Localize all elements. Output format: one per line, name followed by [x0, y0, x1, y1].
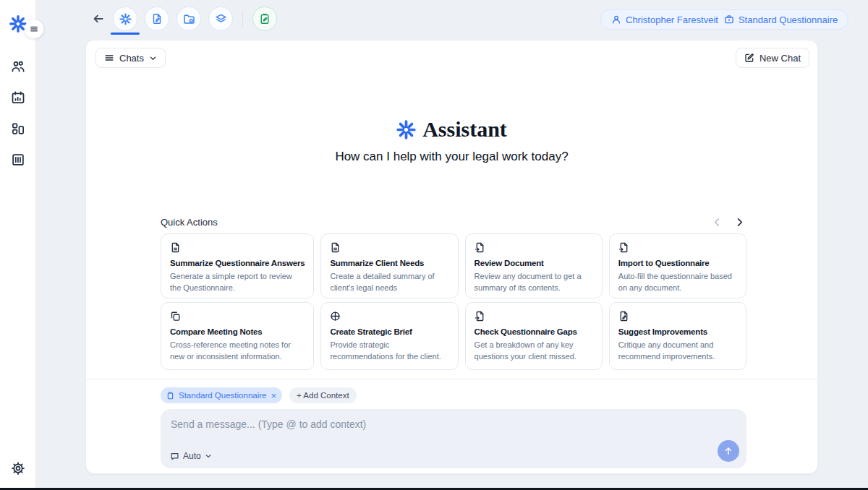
card-title: Suggest Improvements [618, 327, 737, 336]
file-text-icon [170, 242, 305, 253]
file-import-icon [618, 242, 737, 253]
quick-actions-grid: Summarize Questionnaire Answers Generate… [161, 233, 746, 370]
arrow-left-icon [92, 12, 105, 25]
card-compare-meeting-notes[interactable]: Compare Meeting Notes Cross-reference me… [161, 302, 314, 370]
tab-layers[interactable] [208, 7, 233, 31]
assistant-spark-icon [396, 120, 416, 139]
quick-actions-pager [712, 217, 745, 228]
card-description: Provide strategic recommendations for th… [330, 340, 448, 363]
clipboard-pen-icon [259, 13, 271, 25]
layers-icon [215, 13, 227, 25]
hamburger-icon [30, 25, 38, 33]
briefcase-icon [724, 14, 734, 25]
app-spark-logo [9, 15, 27, 33]
tab-drafting[interactable] [145, 7, 169, 31]
target-icon [330, 311, 448, 322]
card-check-questionnaire-gaps[interactable]: Check Questionnaire Gaps Get a breakdown… [465, 302, 603, 370]
context-chip-label: Standard Questionnaire [179, 391, 266, 400]
chats-dropdown-button[interactable]: Chats [95, 48, 166, 68]
hero-title: Assistant [86, 117, 817, 142]
composer-divider [86, 379, 817, 379]
assistant-title: Assistant [422, 117, 507, 142]
tab-assistant[interactable] [113, 7, 137, 31]
sidebar-nav [9, 57, 27, 169]
assistant-panel: Chats New Chat Assistant How can I help … [85, 40, 818, 474]
card-description: Generate a simple report to review the Q… [170, 271, 305, 294]
card-title: Check Questionnaire Gaps [475, 327, 593, 336]
chats-label: Chats [119, 53, 144, 64]
file-pen-icon [151, 13, 163, 25]
card-description: Auto-fill the questionnaire based on any… [618, 271, 737, 294]
chip-close-icon[interactable]: × [271, 391, 276, 400]
clipboard-icon [166, 392, 174, 400]
back-button[interactable] [92, 12, 105, 25]
session-context-pill[interactable]: Christopher Farestveit Standard Question… [600, 9, 848, 30]
card-title: Compare Meeting Notes [170, 327, 305, 336]
hero-subtitle: How can I help with your legal work toda… [86, 150, 817, 164]
chevron-down-icon [149, 54, 157, 62]
card-description: Cross-reference meeting notes for new or… [170, 340, 305, 363]
tab-questionnaire[interactable] [252, 7, 277, 31]
chevron-right-icon[interactable] [734, 217, 745, 228]
card-description: Get a breakdown of any key questions you… [475, 340, 593, 363]
card-review-document[interactable]: Review Document Review any document to g… [465, 233, 603, 298]
settings-gear-icon[interactable] [9, 459, 27, 478]
folder-lock-icon [183, 13, 195, 25]
message-composer: Auto [161, 409, 746, 468]
card-summarize-questionnaire-answers[interactable]: Summarize Questionnaire Answers Generate… [161, 233, 314, 298]
tabs-divider [242, 11, 243, 27]
context-chips-row: Standard Questionnaire × + Add Context [161, 387, 357, 403]
send-button[interactable] [718, 440, 739, 462]
card-create-strategic-brief[interactable]: Create Strategic Brief Provide strategic… [320, 302, 458, 370]
workspace-tabs [113, 7, 277, 31]
add-context-button[interactable]: + Add Context [289, 387, 357, 403]
sidebar [0, 0, 36, 490]
new-chat-button[interactable]: New Chat [736, 48, 809, 68]
card-description: Critique any document and recommend impr… [618, 340, 737, 363]
user-segment[interactable]: Christopher Farestveit [611, 14, 718, 25]
chevron-left-icon[interactable] [712, 217, 723, 228]
add-context-label: + Add Context [297, 391, 349, 400]
new-chat-label: New Chat [760, 53, 801, 64]
model-mode-selector[interactable]: Auto [170, 451, 212, 461]
card-title: Create Strategic Brief [330, 327, 448, 336]
card-description: Review any document to get a summary of … [475, 271, 593, 294]
spark-icon [119, 13, 132, 25]
sidebar-item-calendar[interactable] [9, 88, 27, 107]
pencil-square-icon [744, 53, 754, 63]
card-import-to-questionnaire[interactable]: Import to Questionnaire Auto-fill the qu… [609, 233, 746, 298]
chevron-down-icon [205, 452, 212, 460]
quick-actions-label: Quick Actions [161, 217, 218, 228]
card-title: Summarize Questionnaire Answers [170, 259, 305, 267]
card-title: Import to Questionnaire [618, 259, 737, 267]
file-pen-icon [618, 311, 737, 322]
message-input[interactable] [171, 418, 706, 447]
card-title: Summarize Client Needs [330, 259, 448, 267]
sidebar-item-library[interactable] [9, 150, 27, 169]
card-suggest-improvements[interactable]: Suggest Improvements Critique any docume… [609, 302, 746, 370]
tab-vault[interactable] [176, 7, 201, 31]
card-title: Review Document [475, 259, 593, 267]
card-summarize-client-needs[interactable]: Summarize Client Needs Create a detailed… [320, 233, 458, 298]
copy-icon [170, 311, 305, 322]
file-import-icon [475, 242, 593, 253]
active-tab-indicator [111, 33, 140, 35]
card-description: Create a detailed summary of client's le… [330, 271, 448, 294]
context-name: Standard Questionnaire [739, 14, 838, 25]
mode-label: Auto [183, 451, 201, 461]
arrow-up-icon [723, 446, 733, 456]
context-chip-standard-questionnaire[interactable]: Standard Questionnaire × [161, 387, 282, 403]
menu-icon [104, 53, 114, 63]
sidebar-item-clients[interactable] [9, 57, 27, 76]
file-import-icon [475, 311, 593, 322]
chat-bubble-icon [170, 452, 179, 461]
person-icon [611, 14, 621, 25]
file-text-icon [330, 242, 448, 253]
context-segment[interactable]: Standard Questionnaire [724, 14, 838, 25]
sidebar-item-layout[interactable] [9, 119, 27, 138]
user-name: Christopher Farestveit [626, 14, 718, 25]
sidebar-toggle-button[interactable] [25, 20, 43, 38]
